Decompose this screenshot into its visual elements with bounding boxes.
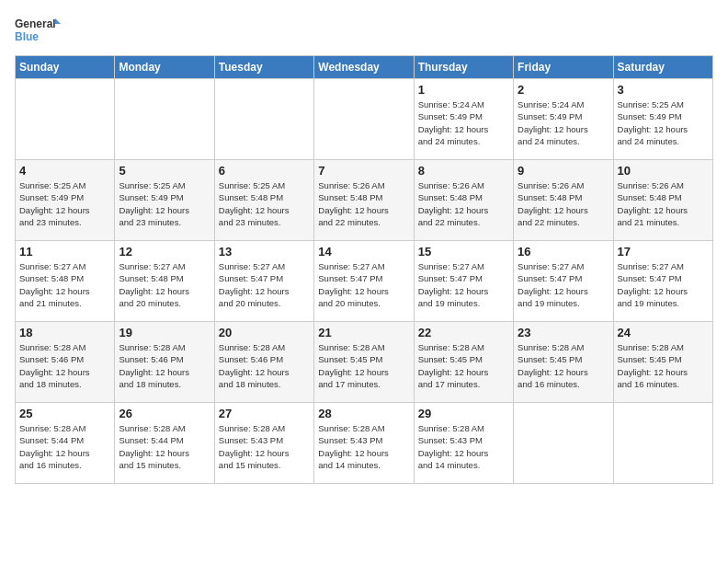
calendar-cell: 25Sunrise: 5:28 AM Sunset: 5:44 PM Dayli… bbox=[16, 403, 115, 484]
day-info: Sunrise: 5:27 AM Sunset: 5:47 PM Dayligh… bbox=[618, 260, 709, 309]
day-number: 22 bbox=[418, 326, 509, 339]
day-info: Sunrise: 5:28 AM Sunset: 5:45 PM Dayligh… bbox=[518, 341, 609, 390]
day-info: Sunrise: 5:26 AM Sunset: 5:48 PM Dayligh… bbox=[318, 179, 409, 228]
day-info: Sunrise: 5:28 AM Sunset: 5:46 PM Dayligh… bbox=[219, 341, 310, 390]
calendar-week-4: 18Sunrise: 5:28 AM Sunset: 5:46 PM Dayli… bbox=[16, 322, 713, 403]
day-number: 4 bbox=[19, 164, 110, 178]
day-info: Sunrise: 5:26 AM Sunset: 5:48 PM Dayligh… bbox=[618, 179, 709, 228]
day-number: 17 bbox=[618, 245, 709, 259]
day-number: 19 bbox=[119, 326, 210, 339]
day-number: 21 bbox=[318, 326, 409, 339]
calendar-week-3: 11Sunrise: 5:27 AM Sunset: 5:48 PM Dayli… bbox=[16, 241, 713, 322]
day-info: Sunrise: 5:25 AM Sunset: 5:49 PM Dayligh… bbox=[119, 179, 210, 228]
calendar-cell: 8Sunrise: 5:26 AM Sunset: 5:48 PM Daylig… bbox=[414, 160, 513, 241]
calendar-cell: 28Sunrise: 5:28 AM Sunset: 5:43 PM Dayli… bbox=[314, 403, 414, 484]
day-number: 14 bbox=[318, 245, 409, 259]
day-number: 25 bbox=[19, 407, 110, 420]
calendar-cell bbox=[16, 79, 115, 160]
day-number: 15 bbox=[418, 245, 509, 259]
calendar-cell: 4Sunrise: 5:25 AM Sunset: 5:49 PM Daylig… bbox=[16, 160, 115, 241]
calendar-cell: 7Sunrise: 5:26 AM Sunset: 5:48 PM Daylig… bbox=[314, 160, 414, 241]
calendar-cell: 5Sunrise: 5:25 AM Sunset: 5:49 PM Daylig… bbox=[115, 160, 214, 241]
page-header: General Blue bbox=[15, 15, 713, 48]
calendar-cell bbox=[314, 79, 414, 160]
day-info: Sunrise: 5:28 AM Sunset: 5:45 PM Dayligh… bbox=[318, 341, 409, 390]
day-info: Sunrise: 5:25 AM Sunset: 5:49 PM Dayligh… bbox=[618, 98, 709, 147]
calendar-cell: 15Sunrise: 5:27 AM Sunset: 5:47 PM Dayli… bbox=[414, 241, 513, 322]
weekday-header-saturday: Saturday bbox=[613, 56, 712, 79]
day-number: 9 bbox=[518, 164, 609, 178]
day-info: Sunrise: 5:27 AM Sunset: 5:47 PM Dayligh… bbox=[219, 260, 310, 309]
day-info: Sunrise: 5:24 AM Sunset: 5:49 PM Dayligh… bbox=[418, 98, 509, 147]
calendar-cell: 19Sunrise: 5:28 AM Sunset: 5:46 PM Dayli… bbox=[115, 322, 214, 403]
day-info: Sunrise: 5:27 AM Sunset: 5:48 PM Dayligh… bbox=[19, 260, 110, 309]
calendar-cell bbox=[214, 79, 313, 160]
calendar-cell: 27Sunrise: 5:28 AM Sunset: 5:43 PM Dayli… bbox=[214, 403, 313, 484]
calendar-cell: 3Sunrise: 5:25 AM Sunset: 5:49 PM Daylig… bbox=[613, 79, 712, 160]
day-number: 28 bbox=[318, 407, 409, 420]
day-info: Sunrise: 5:26 AM Sunset: 5:48 PM Dayligh… bbox=[518, 179, 609, 228]
day-number: 12 bbox=[119, 245, 210, 259]
calendar-cell: 18Sunrise: 5:28 AM Sunset: 5:46 PM Dayli… bbox=[16, 322, 115, 403]
day-info: Sunrise: 5:28 AM Sunset: 5:46 PM Dayligh… bbox=[119, 341, 210, 390]
day-number: 10 bbox=[618, 164, 709, 178]
day-info: Sunrise: 5:28 AM Sunset: 5:44 PM Dayligh… bbox=[119, 422, 210, 471]
weekday-header-sunday: Sunday bbox=[16, 56, 115, 79]
svg-text:Blue: Blue bbox=[15, 30, 39, 43]
day-number: 1 bbox=[418, 83, 509, 97]
day-number: 18 bbox=[19, 326, 110, 339]
calendar-cell: 16Sunrise: 5:27 AM Sunset: 5:47 PM Dayli… bbox=[514, 241, 613, 322]
calendar-cell: 29Sunrise: 5:28 AM Sunset: 5:43 PM Dayli… bbox=[414, 403, 513, 484]
day-number: 13 bbox=[219, 245, 310, 259]
calendar-cell: 20Sunrise: 5:28 AM Sunset: 5:46 PM Dayli… bbox=[214, 322, 313, 403]
calendar-week-5: 25Sunrise: 5:28 AM Sunset: 5:44 PM Dayli… bbox=[16, 403, 713, 484]
day-number: 20 bbox=[219, 326, 310, 339]
calendar-cell: 26Sunrise: 5:28 AM Sunset: 5:44 PM Dayli… bbox=[115, 403, 214, 484]
day-info: Sunrise: 5:28 AM Sunset: 5:43 PM Dayligh… bbox=[219, 422, 310, 471]
calendar-week-2: 4Sunrise: 5:25 AM Sunset: 5:49 PM Daylig… bbox=[16, 160, 713, 241]
day-info: Sunrise: 5:24 AM Sunset: 5:49 PM Dayligh… bbox=[518, 98, 609, 147]
day-info: Sunrise: 5:28 AM Sunset: 5:44 PM Dayligh… bbox=[19, 422, 110, 471]
calendar-cell: 14Sunrise: 5:27 AM Sunset: 5:47 PM Dayli… bbox=[314, 241, 414, 322]
calendar-cell: 11Sunrise: 5:27 AM Sunset: 5:48 PM Dayli… bbox=[16, 241, 115, 322]
day-number: 16 bbox=[518, 245, 609, 259]
calendar-cell: 22Sunrise: 5:28 AM Sunset: 5:45 PM Dayli… bbox=[414, 322, 513, 403]
calendar-cell: 13Sunrise: 5:27 AM Sunset: 5:47 PM Dayli… bbox=[214, 241, 313, 322]
day-number: 23 bbox=[518, 326, 609, 339]
day-info: Sunrise: 5:27 AM Sunset: 5:48 PM Dayligh… bbox=[119, 260, 210, 309]
svg-marker-2 bbox=[55, 18, 61, 24]
calendar-cell bbox=[613, 403, 712, 484]
calendar-cell: 2Sunrise: 5:24 AM Sunset: 5:49 PM Daylig… bbox=[514, 79, 613, 160]
day-number: 5 bbox=[119, 164, 210, 178]
weekday-header-row: SundayMondayTuesdayWednesdayThursdayFrid… bbox=[16, 56, 713, 79]
day-number: 6 bbox=[219, 164, 310, 178]
day-number: 7 bbox=[318, 164, 409, 178]
day-info: Sunrise: 5:28 AM Sunset: 5:46 PM Dayligh… bbox=[19, 341, 110, 390]
day-number: 24 bbox=[618, 326, 709, 339]
logo-svg: General Blue bbox=[15, 15, 61, 48]
day-info: Sunrise: 5:27 AM Sunset: 5:47 PM Dayligh… bbox=[318, 260, 409, 309]
weekday-header-tuesday: Tuesday bbox=[214, 56, 313, 79]
weekday-header-thursday: Thursday bbox=[414, 56, 513, 79]
calendar-cell bbox=[514, 403, 613, 484]
weekday-header-wednesday: Wednesday bbox=[314, 56, 414, 79]
calendar-cell bbox=[115, 79, 214, 160]
calendar-cell: 9Sunrise: 5:26 AM Sunset: 5:48 PM Daylig… bbox=[514, 160, 613, 241]
calendar-table: SundayMondayTuesdayWednesdayThursdayFrid… bbox=[15, 55, 713, 484]
day-number: 29 bbox=[418, 407, 509, 420]
day-number: 11 bbox=[19, 245, 110, 259]
calendar-cell: 17Sunrise: 5:27 AM Sunset: 5:47 PM Dayli… bbox=[613, 241, 712, 322]
day-number: 26 bbox=[119, 407, 210, 420]
day-info: Sunrise: 5:27 AM Sunset: 5:47 PM Dayligh… bbox=[418, 260, 509, 309]
day-number: 2 bbox=[518, 83, 609, 97]
calendar-cell: 12Sunrise: 5:27 AM Sunset: 5:48 PM Dayli… bbox=[115, 241, 214, 322]
calendar-week-1: 1Sunrise: 5:24 AM Sunset: 5:49 PM Daylig… bbox=[16, 79, 713, 160]
calendar-cell: 23Sunrise: 5:28 AM Sunset: 5:45 PM Dayli… bbox=[514, 322, 613, 403]
calendar-cell: 10Sunrise: 5:26 AM Sunset: 5:48 PM Dayli… bbox=[613, 160, 712, 241]
day-info: Sunrise: 5:28 AM Sunset: 5:43 PM Dayligh… bbox=[418, 422, 509, 471]
svg-text:General: General bbox=[15, 17, 56, 30]
day-info: Sunrise: 5:26 AM Sunset: 5:48 PM Dayligh… bbox=[418, 179, 509, 228]
day-info: Sunrise: 5:27 AM Sunset: 5:47 PM Dayligh… bbox=[518, 260, 609, 309]
weekday-header-monday: Monday bbox=[115, 56, 214, 79]
calendar-cell: 24Sunrise: 5:28 AM Sunset: 5:45 PM Dayli… bbox=[613, 322, 712, 403]
